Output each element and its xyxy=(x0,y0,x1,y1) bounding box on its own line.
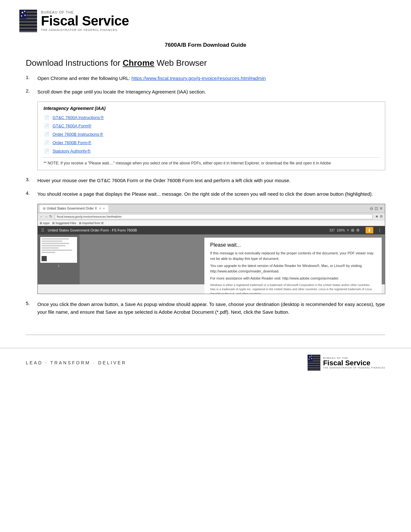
section-heading: Download Instructions for Chrome Web Bro… xyxy=(26,58,385,68)
logo-text-area: BUREAU OF THE Fiscal Service THE ADMINIS… xyxy=(41,10,129,32)
svg-rect-7 xyxy=(19,19,37,21)
browser-url-text: fiscal.treasury.gov/g-invoice/resources.… xyxy=(57,215,122,218)
pw-line-3: For more assistance with Adobe Reader vi… xyxy=(210,276,376,281)
logo-area: ★ ★ ★ ★ BUREAU OF THE Fiscal Service THE… xyxy=(19,10,129,32)
iaa-link-3-label[interactable]: Order 7600B Instructions℗ xyxy=(53,132,103,137)
pdf-settings[interactable]: ⚙ xyxy=(356,228,360,232)
thumb-line-6 xyxy=(42,250,72,251)
footer-tagline: Lead · Transform · Deliver xyxy=(26,360,126,365)
browser-tab: ⊙ United States Government Order X ✕ + xyxy=(40,205,108,212)
bookmark-imported: ⊞ Imported from IE xyxy=(79,222,104,225)
doc-icon-5: 📄 xyxy=(44,148,50,154)
step-1-number: 1. xyxy=(26,74,37,80)
pdf-main-area: Please wait... If this message is not ev… xyxy=(80,234,385,284)
svg-rect-10 xyxy=(19,24,37,26)
step-1-url[interactable]: https://www.fiscal.treasury.gov/g-invoic… xyxy=(132,75,266,81)
iaa-link-3: 📄 Order 7600B Instructions℗ xyxy=(44,131,379,137)
iaa-link-2: 📄 GT&C 7600A Form® xyxy=(44,123,379,129)
screenshot-item: ⊙ United States Government Order X ✕ + ⊖… xyxy=(37,204,385,294)
thumb-line-5 xyxy=(42,247,59,249)
pdf-page-num: 337 xyxy=(329,229,335,232)
page-title: 7600A/B Form Download Guide xyxy=(26,42,385,48)
iaa-link-5-label[interactable]: Statutory Authority℗ xyxy=(53,149,91,153)
step-4-number: 4. xyxy=(26,190,37,196)
please-wait-text: If this message is not eventually replac… xyxy=(210,251,376,294)
browser-url-bar[interactable]: fiscal.treasury.gov/g-invoice/resources.… xyxy=(55,214,373,219)
pdf-controls: 337 100% + ⊞ ⚙ xyxy=(329,228,360,232)
footer-tagline2: THE ADMINISTRATOR OF FEDERAL FINANCES xyxy=(323,367,385,369)
footer-logo-text: BUREAU OF THE Fiscal Service THE ADMINIS… xyxy=(323,357,385,369)
svg-rect-13 xyxy=(19,29,37,31)
svg-rect-9 xyxy=(19,23,37,24)
step-1-text-prefix: Open Chrome and enter the following URL: xyxy=(37,75,132,81)
svg-rect-12 xyxy=(19,27,37,29)
svg-text:★: ★ xyxy=(24,14,26,17)
page-num-label: 1 xyxy=(40,264,77,267)
step-5-content: Once you click the down arrow button, a … xyxy=(37,300,385,316)
step-4: 4. You should receive a page that displa… xyxy=(26,190,385,198)
svg-rect-28 xyxy=(308,363,320,364)
iaa-link-4-label[interactable]: Order 7600B Form℗ xyxy=(53,140,92,145)
browser-bookmarks-bar: ⊞ Apps ⊞ Suggested Files ⊞ Imported from… xyxy=(38,220,385,226)
thumb-line-1 xyxy=(42,238,69,240)
steps-list: 1. Open Chrome and enter the following U… xyxy=(26,74,385,316)
svg-rect-11 xyxy=(19,26,37,27)
step-3-content: Hover your mouse over the GT&C 7600A For… xyxy=(37,177,385,184)
thumb-line-3 xyxy=(42,243,69,244)
bookmark-apps: ⊞ Apps xyxy=(40,222,50,225)
svg-rect-32 xyxy=(308,367,320,369)
step-2: 2. Scroll down the page until you locate… xyxy=(26,88,385,96)
section-heading-suffix: Web Browser xyxy=(154,58,207,68)
pdf-zoom-in[interactable]: + xyxy=(347,228,349,232)
header-tagline: THE ADMINISTRATOR OF FEDERAL FINANCES xyxy=(41,28,129,32)
pdf-more-options[interactable]: ⋮ xyxy=(378,228,382,232)
pdf-thumbnail xyxy=(40,237,77,263)
iaa-link-1-label[interactable]: GT&C 7600A Instructions℗ xyxy=(53,115,104,120)
svg-rect-14 xyxy=(19,31,37,32)
pw-line-4: Windows is either a registered trademark… xyxy=(210,283,376,294)
browser-tab-label: United States Government Order X xyxy=(47,207,97,210)
thumb-line-7 xyxy=(42,252,55,253)
thumb-line-4 xyxy=(42,245,65,246)
iaa-title: Interagency Agreement (IAA) xyxy=(44,106,379,111)
doc-icon-1: 📄 xyxy=(44,114,50,121)
section-heading-browser: Chrome xyxy=(123,58,154,68)
iaa-box: Interagency Agreement (IAA) 📄 GT&C 7600A… xyxy=(37,102,385,170)
please-wait-title: Please wait... xyxy=(210,242,376,248)
footer-fiscal-title: Fiscal Service xyxy=(323,360,385,367)
svg-rect-33 xyxy=(308,369,320,370)
iaa-links: 📄 GT&C 7600A Instructions℗ 📄 GT&C 7600A … xyxy=(44,114,379,154)
footer: Lead · Transform · Deliver xyxy=(0,348,411,377)
thumb-icon xyxy=(42,256,47,261)
screenshot-box: ⊙ United States Government Order X ✕ + ⊖… xyxy=(37,204,385,294)
iaa-link-1: 📄 GT&C 7600A Instructions℗ xyxy=(44,114,379,121)
fiscal-service-title: Fiscal Service xyxy=(41,14,129,28)
doc-icon-4: 📄 xyxy=(44,139,50,146)
pdf-content-area: 1 Please wait... If this message is not … xyxy=(38,234,385,284)
svg-rect-30 xyxy=(308,365,320,366)
iaa-link-4: 📄 Order 7600B Form℗ xyxy=(44,139,379,146)
step-5: 5. Once you click the down arrow button,… xyxy=(26,300,385,316)
thumb-line-2 xyxy=(42,241,62,242)
section-heading-prefix: Download Instructions for xyxy=(26,58,123,68)
pw-line-2: You can upgrade to the latest version of… xyxy=(210,263,376,274)
step-1-content: Open Chrome and enter the following URL:… xyxy=(37,74,385,82)
step-3: 3. Hover your mouse over the GT&C 7600A … xyxy=(26,177,385,184)
iaa-link-2-label[interactable]: GT&C 7600A Form® xyxy=(53,123,91,128)
iaa-link-5: 📄 Statutory Authority℗ xyxy=(44,148,379,154)
browser-chrome-bar: ⊙ United States Government Order X ✕ + ⊖… xyxy=(38,204,385,213)
svg-rect-27 xyxy=(308,361,320,363)
pdf-download-btn[interactable]: ⬇ xyxy=(366,227,373,233)
logo-box: ★ ★ ★ ★ BUREAU OF THE Fiscal Service THE… xyxy=(19,10,129,32)
page: ★ ★ ★ ★ BUREAU OF THE Fiscal Service THE… xyxy=(0,0,411,532)
pdf-page-view[interactable]: ⊞ xyxy=(351,228,354,232)
please-wait-box: Please wait... If this message is not ev… xyxy=(204,238,382,294)
doc-icon-3: 📄 xyxy=(44,131,50,137)
footer-flag-svg: ★ ★ ★ ★ xyxy=(308,355,320,371)
step-5-number: 5. xyxy=(26,300,37,306)
step-1: 1. Open Chrome and enter the following U… xyxy=(26,74,385,82)
svg-rect-29 xyxy=(308,364,320,365)
header: ★ ★ ★ ★ BUREAU OF THE Fiscal Service THE… xyxy=(0,0,411,39)
svg-text:★: ★ xyxy=(20,15,23,17)
svg-text:★: ★ xyxy=(24,10,26,13)
